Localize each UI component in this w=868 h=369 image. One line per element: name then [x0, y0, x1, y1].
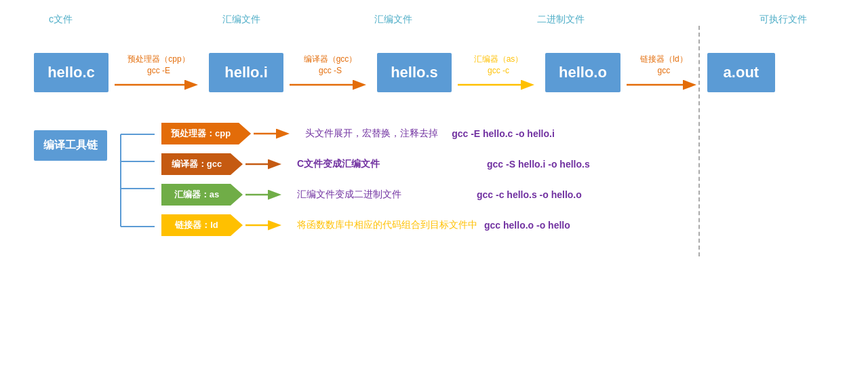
tool2-desc: C文件变成汇编文件 [297, 158, 419, 170]
tool1-desc: 头文件展开，宏替换，注释去掉 [305, 128, 438, 140]
tool2-arrow-svg [245, 155, 286, 173]
diagram-container: c文件 汇编文件 汇编文件 二进制文件 可执行文件 hello.c 预处理器（c… [0, 0, 868, 369]
a-out-box: a.out [707, 53, 775, 92]
tree-connector-svg [107, 119, 161, 241]
s-file-label: 汇编文件 [374, 14, 412, 26]
c-file-label: c文件 [49, 14, 73, 26]
tool1-arrow-svg [254, 125, 294, 142]
arrow2-block: 编译器（gcc） gcc -S [286, 54, 374, 92]
i-file-label: 汇编文件 [222, 14, 260, 26]
arrow3-label: 汇编器（as） gcc -c [474, 54, 524, 77]
tool3-arrow-svg [245, 186, 286, 203]
tool4-arrow-svg [245, 216, 286, 234]
o-file-label: 二进制文件 [537, 14, 585, 26]
hello-o-box: hello.o [545, 53, 620, 92]
arrow1-label: 预处理器（cpp） gcc -E [127, 54, 189, 77]
pipeline-row: hello.c 预处理器（cpp） gcc -E [20, 53, 848, 92]
arrow1-svg [115, 78, 203, 92]
tool-row-compiler: 编译器：gcc C文件变成汇编文件 gcc -S hello.i -o hell… [161, 153, 590, 175]
tool3-desc: 汇编文件变成二进制文件 [297, 189, 419, 201]
bottom-section: 编译工具链 预处理器：cpp [20, 117, 848, 241]
arrow3-block: 汇编器（as） gcc -c [454, 54, 542, 92]
tool-row-linker: 链接器：ld 将函数数库中相应的代码组合到目标文件中 gcc hello.o -… [161, 214, 590, 236]
arrow3-svg [458, 78, 539, 92]
tool-preprocessor-btn: 预处理器：cpp [161, 123, 251, 144]
arrow4-block: 链接器（ld） gcc [623, 54, 705, 92]
out-file-label: 可执行文件 [760, 14, 807, 26]
tool3-cmd: gcc -c hello.s -o hello.o [477, 189, 582, 200]
tool4-cmd: gcc hello.o -o hello [484, 220, 570, 231]
compiler-chain-box: 编译工具链 [34, 130, 107, 161]
top-wrapper: c文件 汇编文件 汇编文件 二进制文件 可执行文件 hello.c 预处理器（c… [20, 14, 848, 92]
hello-i-box: hello.i [209, 53, 283, 92]
hello-c-box: hello.c [34, 53, 108, 92]
tool-compiler-btn: 编译器：gcc [161, 153, 243, 175]
arrow1-block: 预处理器（cpp） gcc -E [111, 54, 206, 92]
arrow4-label: 链接器（ld） gcc [640, 54, 687, 77]
hello-s-box: hello.s [377, 53, 452, 92]
tool-assembler-btn: 汇编器：as [161, 184, 243, 206]
tool-row-assembler: 汇编器：as 汇编文件变成二进制文件 gcc -c hello.s -o hel… [161, 184, 590, 206]
tool-list: 预处理器：cpp 头文件展开，宏替换，注释去掉 gcc -E hello.c -… [161, 119, 590, 239]
tool1-cmd: gcc -E hello.c -o hello.i [452, 128, 555, 139]
file-labels-row: c文件 汇编文件 汇编文件 二进制文件 可执行文件 [20, 14, 848, 33]
tool4-desc: 将函数数库中相应的代码组合到目标文件中 [297, 219, 477, 231]
arrow4-svg [627, 78, 701, 92]
tool-linker-btn: 链接器：ld [161, 214, 243, 236]
tool2-cmd: gcc -S hello.i -o hello.s [487, 159, 590, 170]
arrow2-label: 编译器（gcc） gcc -S [304, 54, 357, 77]
tool-row-preprocessor: 预处理器：cpp 头文件展开，宏替换，注释去掉 gcc -E hello.c -… [161, 123, 590, 144]
arrow2-svg [290, 78, 371, 92]
